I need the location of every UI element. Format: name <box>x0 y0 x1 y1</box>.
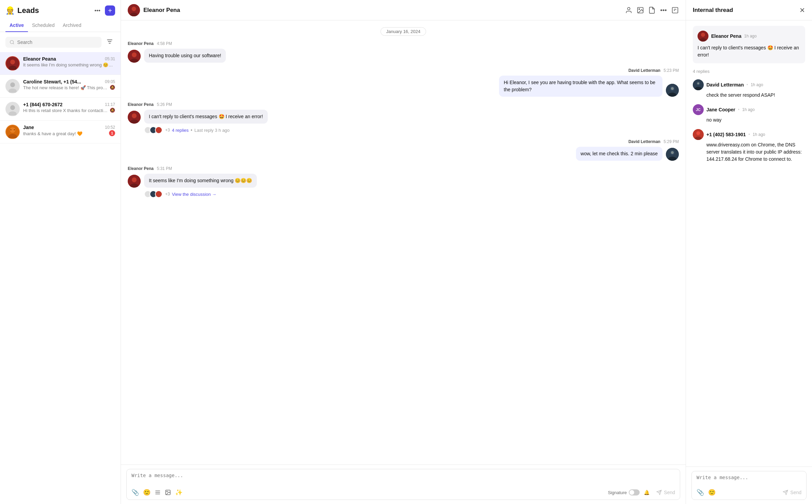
avatar-image <box>6 57 19 70</box>
list-item[interactable]: Eleanor Peana 05:31 It seems like I'm do… <box>0 52 121 75</box>
message-avatar <box>128 50 141 63</box>
notification-icon[interactable]: 🔔 <box>644 490 650 495</box>
view-discussion-link[interactable]: View the discussion → <box>172 192 217 197</box>
chat-input-box: 📎 🙂 ✨ Signature 🔔 Send <box>126 469 680 500</box>
contact-time: 11:17 <box>105 102 115 107</box>
right-header: Internal thread ✕ <box>686 0 812 20</box>
svg-point-1 <box>97 10 98 11</box>
svg-point-35 <box>132 52 137 57</box>
chat-message-input[interactable] <box>131 473 675 485</box>
list-item[interactable]: Caroline Stewart, +1 (54... 09:05 The ho… <box>0 75 121 98</box>
reply-dot: • <box>191 127 192 133</box>
chat-header: Eleanor Pena <box>121 0 686 20</box>
contact-top: Caroline Stewart, +1 (54... 09:05 <box>23 79 115 84</box>
message-group: David Letterman 5:23 PM Hi Eleanor, I se… <box>128 68 679 97</box>
contact-name: Jane <box>23 125 34 130</box>
media-icon[interactable] <box>637 6 644 14</box>
date-divider: January 16, 2024 <box>128 27 679 36</box>
message-sender: Eleanor Pena <box>128 41 154 46</box>
avatar-svg <box>693 79 704 90</box>
attachment-icon[interactable]: 📎 <box>131 489 139 496</box>
contact-time: 05:31 <box>105 57 115 61</box>
reply-item: JC Jane Cooper • 1h ago no way <box>693 104 805 124</box>
message-time: 5:31 PM <box>157 166 172 171</box>
contact-preview: It seems like I'm doing something wrong … <box>23 62 115 67</box>
tab-active[interactable]: Active <box>5 20 28 32</box>
message-group: David Letterman 5:29 PM wow, let me chec… <box>128 139 679 161</box>
search-input[interactable] <box>17 40 97 45</box>
reply-dot: • <box>738 107 739 112</box>
app-emoji: 👷 <box>5 6 15 15</box>
message-group: Eleanor Pena 5:26 PM I can't reply to cl… <box>128 102 679 134</box>
avatar-image <box>6 103 19 115</box>
message-avatar <box>128 111 141 124</box>
tab-scheduled[interactable]: Scheduled <box>28 20 59 32</box>
image-icon[interactable] <box>165 489 171 495</box>
tab-archived[interactable]: Archived <box>59 20 85 32</box>
reply-count[interactable]: 4 replies <box>172 128 189 133</box>
note-icon[interactable] <box>671 6 679 14</box>
message-time: 5:26 PM <box>157 102 172 107</box>
svg-point-64 <box>697 82 699 84</box>
filter-button[interactable] <box>104 36 115 48</box>
add-lead-button[interactable]: + <box>105 5 115 16</box>
message-sender: David Letterman <box>628 139 660 144</box>
chat-header-name: Eleanor Pena <box>143 7 180 14</box>
signature-switch[interactable] <box>629 489 640 495</box>
mute-icon: 🔕 <box>110 85 115 90</box>
svg-point-55 <box>167 491 167 492</box>
file-icon[interactable] <box>648 6 656 14</box>
message-bubble: It seems like I'm doing something wrong … <box>144 174 257 188</box>
svg-point-27 <box>639 9 640 10</box>
reply-item: +1 (402) 583-1901 • 1h ago www.drivereas… <box>693 129 805 163</box>
chat-input-area: 📎 🙂 ✨ Signature 🔔 Send <box>121 464 686 504</box>
message-time: 5:29 PM <box>663 139 679 144</box>
reply-dot: • <box>747 82 748 87</box>
send-button[interactable]: Send <box>656 490 675 495</box>
close-thread-button[interactable]: ✕ <box>799 6 805 14</box>
right-message-input[interactable] <box>697 475 801 485</box>
send-icon <box>656 490 662 495</box>
list-icon[interactable] <box>155 489 161 495</box>
more-options-button[interactable] <box>93 6 102 15</box>
unread-badge: 1 <box>109 130 115 136</box>
message-time: 4:58 PM <box>157 41 172 46</box>
svg-point-20 <box>11 129 12 130</box>
message-row: Having trouble using our software! <box>128 49 679 63</box>
chat-toolbar: 📎 🙂 ✨ Signature 🔔 Send <box>131 486 675 496</box>
avatar <box>5 56 20 70</box>
message-row: I can't reply to client's messages 🤩 I r… <box>128 110 679 124</box>
right-send-button[interactable]: Send <box>783 490 801 495</box>
attachment-icon[interactable]: 📎 <box>697 489 704 496</box>
emoji-icon[interactable]: 🙂 <box>708 489 716 496</box>
chat-avatar-image <box>128 4 140 16</box>
magic-icon[interactable]: ✨ <box>175 489 183 496</box>
reply-time: 1h ago <box>742 107 755 112</box>
reply-text: no way <box>693 116 805 124</box>
emoji-icon[interactable]: 🙂 <box>143 489 151 496</box>
sidebar: 👷 Leads + Active Scheduled Archived <box>0 0 121 504</box>
discussion-plus: +3 <box>165 192 170 196</box>
thread-original-message: Eleanor Pena 1h ago I can't reply to cli… <box>693 26 805 63</box>
contact-top: Eleanor Peana 05:31 <box>23 56 115 62</box>
message-sender: David Letterman <box>628 68 660 73</box>
message-sender: Eleanor Pena <box>128 102 154 107</box>
reply-author: Jane Cooper <box>706 107 735 112</box>
svg-point-9 <box>10 60 15 64</box>
svg-point-66 <box>697 131 700 135</box>
avatar-svg <box>128 50 141 63</box>
more-icon[interactable] <box>660 6 667 14</box>
list-item[interactable]: Jane 10:52 thanks & have a great day! 🧡 … <box>0 121 121 143</box>
thread-original-time: 1h ago <box>744 34 757 38</box>
reply-avatar <box>155 190 162 198</box>
contact-icon[interactable] <box>625 6 633 14</box>
message-group: Eleanor Pena 5:31 PM It seems like I'm d… <box>128 166 679 198</box>
svg-line-4 <box>13 43 14 44</box>
list-item[interactable]: +1 (844) 670-2672 11:17 Hi this is retai… <box>0 98 121 121</box>
svg-point-30 <box>665 10 666 11</box>
reply-avatar <box>693 129 704 140</box>
reply-avatar <box>693 79 704 90</box>
avatar-svg <box>693 129 704 140</box>
contact-name: Caroline Stewart, +1 (54... <box>23 79 81 84</box>
chat-header-left: Eleanor Pena <box>128 4 180 16</box>
